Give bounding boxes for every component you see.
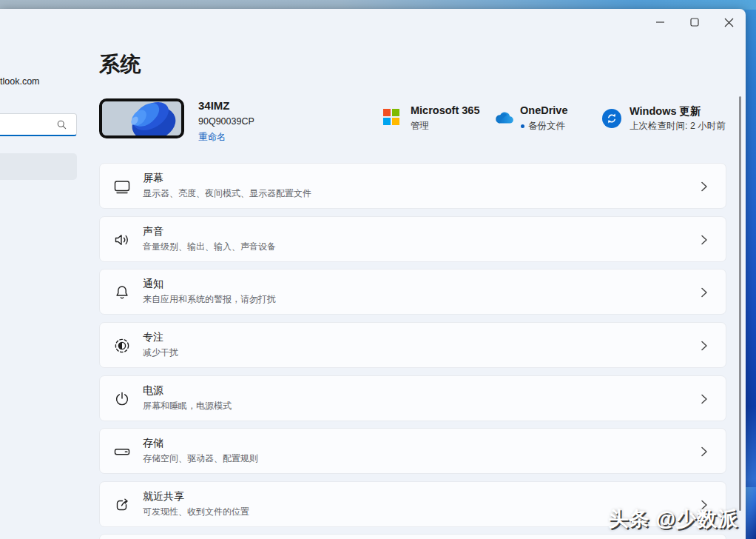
device-thumbnail xyxy=(99,98,184,138)
account-email-fragment: tlook.com xyxy=(0,76,40,87)
settings-card-display[interactable]: 屏幕 显示器、亮度、夜间模式、显示器配置文件 xyxy=(99,163,726,209)
card-subtitle: 屏幕和睡眠，电源模式 xyxy=(143,400,232,412)
microsoft-365-icon xyxy=(383,109,399,125)
settings-card-notifications[interactable]: 通知 来自应用和系统的警报，请勿打扰 xyxy=(99,269,726,315)
windows-update-status: 上次检查时间: 2 小时前 xyxy=(630,120,726,133)
settings-card-storage[interactable]: 存储 存储空间、驱动器、配置规则 xyxy=(99,428,726,474)
desktop-wallpaper-corner xyxy=(746,487,756,539)
card-subtitle: 来自应用和系统的警报，请勿打扰 xyxy=(143,293,276,306)
page-title: 系统 xyxy=(99,50,141,78)
card-title: 通知 xyxy=(143,278,163,291)
watermark: 头条 @少数派 xyxy=(608,506,738,532)
maximize-icon xyxy=(690,18,699,27)
card-subtitle: 显示器、亮度、夜间模式、显示器配置文件 xyxy=(143,187,311,200)
chevron-right-icon xyxy=(699,446,709,458)
settings-card-sound[interactable]: 声音 音量级别、输出、输入、声音设备 xyxy=(99,216,726,262)
maximize-button[interactable] xyxy=(678,10,712,34)
card-title: 存储 xyxy=(143,437,163,450)
onedrive-icon xyxy=(494,110,516,126)
card-subtitle: 可发现性、收到文件的位置 xyxy=(143,506,249,518)
focus-icon xyxy=(113,337,131,355)
vertical-scrollbar[interactable] xyxy=(739,96,741,511)
m365-title: Microsoft 365 xyxy=(411,104,479,116)
search-box[interactable] xyxy=(0,113,77,136)
chevron-right-icon xyxy=(699,287,709,298)
settings-card-partial[interactable] xyxy=(99,534,726,539)
storage-icon xyxy=(113,443,131,461)
search-icon xyxy=(56,119,67,130)
onedrive-backup-link[interactable]: 备份文件 xyxy=(528,120,565,133)
display-icon xyxy=(113,178,131,195)
card-subtitle: 音量级别、输出、输入、声音设备 xyxy=(143,241,276,253)
m365-manage-link[interactable]: 管理 xyxy=(411,120,429,133)
close-icon xyxy=(724,18,734,27)
chevron-right-icon xyxy=(699,234,709,246)
card-title: 屏幕 xyxy=(143,172,163,185)
bell-icon xyxy=(113,284,131,301)
onedrive-status-dot xyxy=(521,124,524,128)
close-button[interactable] xyxy=(712,10,746,34)
windows-update-title: Windows 更新 xyxy=(630,104,701,118)
chevron-right-icon xyxy=(699,181,709,192)
device-model: 90Q90039CP xyxy=(198,116,254,127)
card-subtitle: 存储空间、驱动器、配置规则 xyxy=(143,452,258,465)
speaker-icon xyxy=(113,231,131,249)
windows-update-icon xyxy=(602,109,621,128)
card-subtitle: 减少干扰 xyxy=(143,346,178,359)
onedrive-title: OneDrive xyxy=(520,104,567,116)
card-title: 声音 xyxy=(143,225,163,238)
minimize-icon xyxy=(656,18,665,27)
settings-card-focus[interactable]: 专注 减少干扰 xyxy=(99,322,726,368)
power-icon xyxy=(113,390,131,408)
bloom-wallpaper-image xyxy=(102,101,181,135)
card-title: 电源 xyxy=(143,384,163,398)
search-input[interactable] xyxy=(1,114,54,134)
chevron-right-icon xyxy=(699,393,709,405)
device-name: 34IMZ xyxy=(198,99,230,112)
card-title: 专注 xyxy=(143,331,163,344)
minimize-button[interactable] xyxy=(644,10,678,34)
chevron-right-icon xyxy=(699,340,709,352)
share-icon xyxy=(113,496,131,514)
rename-link[interactable]: 重命名 xyxy=(198,131,226,144)
sidebar-item-selected[interactable] xyxy=(0,153,77,180)
card-title: 就近共享 xyxy=(143,490,184,503)
settings-card-power[interactable]: 电源 屏幕和睡眠，电源模式 xyxy=(99,375,726,421)
